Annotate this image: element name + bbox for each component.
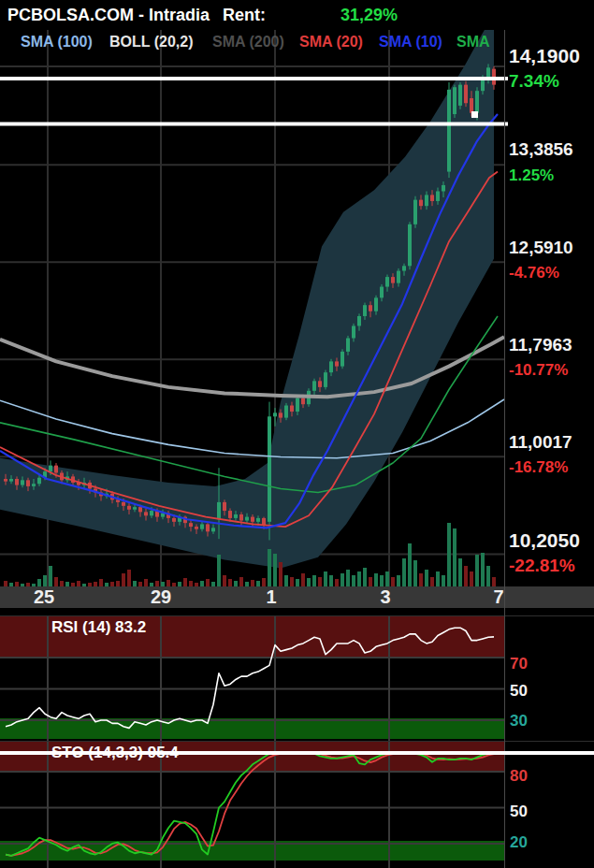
candle-body xyxy=(273,412,277,416)
candle-body xyxy=(150,511,153,515)
volume-bar xyxy=(54,577,58,586)
volume-bar xyxy=(419,573,423,586)
indicator-legend: SMA (100)BOLL (20,2)SMA (200)SMA (20)SMA… xyxy=(0,34,504,52)
candle-body xyxy=(245,517,249,521)
legend-item-sma-20[interactable]: SMA (20) xyxy=(299,34,363,51)
volume-bar xyxy=(430,577,434,586)
legend-item-sma[interactable]: SMA xyxy=(456,34,490,51)
volume-bar xyxy=(43,575,47,586)
price-level-label: 13,3856 xyxy=(509,139,573,160)
candle-body xyxy=(15,479,19,485)
candle-body xyxy=(49,466,52,472)
last-price-dot xyxy=(471,111,478,118)
volume-bar xyxy=(492,577,496,586)
rent-label: Rent: xyxy=(223,6,266,24)
volume-bar xyxy=(251,580,254,586)
candle-body xyxy=(363,305,367,316)
volume-bar xyxy=(363,568,367,586)
volume-bar xyxy=(391,577,395,586)
volume-bar xyxy=(296,579,299,586)
indicator-level-label: 50 xyxy=(510,682,528,701)
volume-bar xyxy=(284,575,288,586)
candle-body xyxy=(239,514,243,521)
indicator-level-label: 30 xyxy=(510,712,528,731)
volume-bar xyxy=(329,575,333,586)
candle-wick xyxy=(275,408,276,427)
price-level-label: 10,2050 xyxy=(509,529,580,552)
candle-body xyxy=(458,85,462,106)
indicator-level-label: 70 xyxy=(510,655,528,673)
axis-border xyxy=(504,30,505,868)
candle-body xyxy=(369,305,372,311)
volume-bar xyxy=(413,560,417,586)
candle-body xyxy=(380,287,384,298)
volume-bar xyxy=(397,575,400,586)
candle-body xyxy=(172,518,176,522)
volume-bar xyxy=(481,553,485,586)
volume-bar xyxy=(470,571,473,586)
volume-bar xyxy=(453,528,456,586)
volume-bar xyxy=(335,579,339,586)
candle-body xyxy=(340,352,344,367)
volume-bar xyxy=(37,579,41,586)
legend-item-sma-10[interactable]: SMA (10) xyxy=(379,34,442,51)
rsi-title: RSI (14) 83.2 xyxy=(51,618,146,637)
candle-body xyxy=(32,484,36,486)
volume-bar xyxy=(228,579,232,586)
volume-bar xyxy=(206,579,210,586)
volume-bar xyxy=(49,566,52,586)
volume-bar xyxy=(352,575,355,586)
legend-item-sma-100[interactable]: SMA (100) xyxy=(21,34,93,51)
candle-body xyxy=(475,91,479,113)
candle-body xyxy=(413,200,417,224)
candle-body xyxy=(189,523,193,527)
candle-body xyxy=(21,480,24,485)
candle-body xyxy=(256,518,260,522)
volume-bar xyxy=(357,571,361,586)
candle-body xyxy=(408,224,412,266)
volume-bar xyxy=(279,562,283,586)
percent-change-label: -10.77% xyxy=(509,361,568,380)
legend-item-boll-20-2[interactable]: BOLL (20,2) xyxy=(109,34,194,51)
candle-body xyxy=(329,361,333,372)
volume-bar xyxy=(369,577,372,586)
volume-bar xyxy=(374,573,378,586)
volume-bar xyxy=(223,575,226,586)
volume-bar xyxy=(183,578,187,586)
volume-bar xyxy=(385,571,389,586)
candle-body xyxy=(470,98,473,113)
candle-body xyxy=(419,200,423,207)
candle-body xyxy=(195,527,198,529)
volume-bar xyxy=(167,580,170,586)
volume-bar xyxy=(464,566,468,586)
candle-body xyxy=(234,514,238,518)
volume-bar xyxy=(301,573,305,586)
sto-current-value-line xyxy=(0,751,594,755)
candle-body xyxy=(357,316,361,326)
candle-body xyxy=(385,277,389,286)
candle-body xyxy=(402,266,406,270)
candle-body xyxy=(228,511,232,518)
indicator-level-label: 20 xyxy=(510,833,528,852)
candle-body xyxy=(37,478,41,485)
volume-bar xyxy=(318,577,322,586)
candle-body xyxy=(211,528,215,531)
volume-bar xyxy=(408,543,412,586)
volume-bar xyxy=(122,573,125,586)
sma100-line xyxy=(0,399,504,458)
volume-bar xyxy=(436,571,440,586)
candle-body xyxy=(206,524,210,531)
candle-body xyxy=(284,406,288,418)
candle-body xyxy=(442,185,445,192)
volume-bar xyxy=(475,555,479,586)
candle-body xyxy=(9,479,13,482)
volume-bar xyxy=(340,573,344,586)
volume-bar xyxy=(217,555,221,586)
volume-bar xyxy=(380,575,384,586)
legend-item-sma-200[interactable]: SMA (200) xyxy=(212,34,284,51)
price-level-label: 11,7963 xyxy=(509,335,572,355)
volume-bar xyxy=(324,571,327,586)
rent-value: 31,29% xyxy=(340,6,398,24)
percent-change-label: -16.78% xyxy=(509,458,568,477)
volume-bar xyxy=(486,566,490,586)
